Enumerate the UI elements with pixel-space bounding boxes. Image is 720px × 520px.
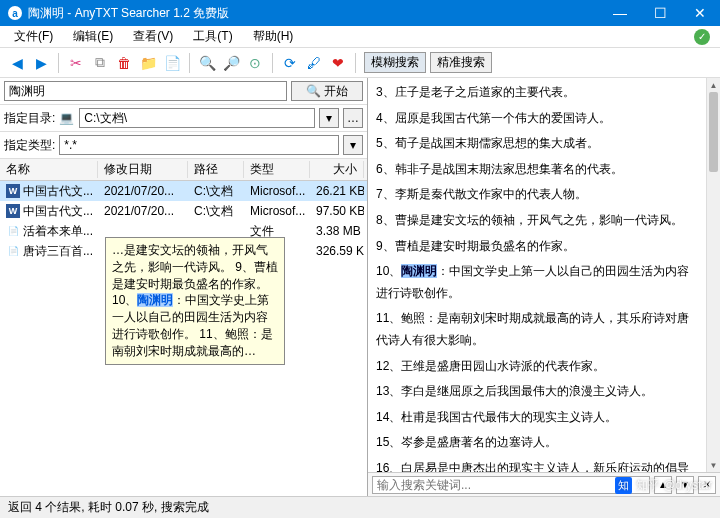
status-text: 返回 4 个结果, 耗时 0.07 秒, 搜索完成 [8, 499, 209, 516]
file-type: Microsof... [244, 204, 310, 218]
scroll-down-icon[interactable]: ▼ [707, 458, 720, 472]
file-path: C:\文档 [188, 203, 244, 220]
col-header-type[interactable]: 类型 [244, 161, 310, 178]
start-search-button[interactable]: 🔍开始 [291, 81, 363, 101]
content-line: 8、曹操是建安文坛的领袖，开风气之先，影响一代诗风。 [376, 210, 698, 232]
col-header-path[interactable]: 路径 [188, 161, 244, 178]
content-line: 10、陶渊明：中国文学史上第一人以自己的田园生活为内容进行诗歌创作。 [376, 261, 698, 304]
preview-tooltip: …是建安文坛的领袖，开风气之先，影响一代诗风。 9、曹植是建安时期最负盛名的作家… [105, 237, 285, 365]
file-name: 中国古代文... [23, 183, 93, 200]
content-line: 12、王维是盛唐田园山水诗派的代表作家。 [376, 356, 698, 378]
content-line: 9、曹植是建安时期最负盛名的作家。 [376, 236, 698, 258]
col-header-date[interactable]: 修改日期 [98, 161, 188, 178]
type-dropdown-button[interactable]: ▾ [343, 135, 363, 155]
delete-icon[interactable]: 🗑 [113, 52, 135, 74]
col-header-size[interactable]: 大小 [310, 161, 364, 178]
content-search-input[interactable] [372, 476, 650, 494]
content-line: 4、屈原是我国古代第一个伟大的爱国诗人。 [376, 108, 698, 130]
file-size: 326.59 KB [310, 244, 364, 258]
content-pane[interactable]: 3、庄子是老子之后道家的主要代表。4、屈原是我国古代第一个伟大的爱国诗人。5、荀… [368, 78, 706, 472]
file-date: 2021/07/20... [98, 184, 188, 198]
maximize-button[interactable]: ☐ [640, 0, 680, 26]
menu-help[interactable]: 帮助(H) [243, 26, 304, 47]
forward-icon[interactable]: ▶ [30, 52, 52, 74]
document-icon[interactable]: 📄 [161, 52, 183, 74]
file-icon: W [6, 204, 20, 218]
menu-file[interactable]: 文件(F) [4, 26, 63, 47]
table-row[interactable]: W中国古代文...2021/07/20...C:\文档Microsof...97… [0, 201, 367, 221]
file-icon: 📄 [6, 224, 20, 238]
copy-icon[interactable]: ⧉ [89, 52, 111, 74]
scroll-up-icon[interactable]: ▲ [707, 78, 720, 92]
file-icon: 📄 [6, 244, 20, 258]
file-size: 26.21 KB [310, 184, 364, 198]
menu-tools[interactable]: 工具(T) [183, 26, 242, 47]
content-line: 3、庄子是老子之后道家的主要代表。 [376, 82, 698, 104]
refresh-icon[interactable]: ⟳ [279, 52, 301, 74]
file-size: 3.38 MB [310, 224, 364, 238]
status-ok-icon: ✓ [694, 29, 710, 45]
cut-icon[interactable]: ✂ [65, 52, 87, 74]
content-scrollbar[interactable]: ▲ ▼ [706, 78, 720, 472]
dir-label: 指定目录: [4, 110, 55, 127]
minimize-button[interactable]: — [600, 0, 640, 26]
file-type: Microsof... [244, 184, 310, 198]
mode-exact-button[interactable]: 精准搜索 [430, 52, 492, 73]
favorite-icon[interactable]: ❤ [327, 52, 349, 74]
file-icon: W [6, 184, 20, 198]
close-button[interactable]: ✕ [680, 0, 720, 26]
content-line: 15、岑参是盛唐著名的边塞诗人。 [376, 432, 698, 454]
menu-edit[interactable]: 编辑(E) [63, 26, 123, 47]
back-icon[interactable]: ◀ [6, 52, 28, 74]
search-input[interactable] [4, 81, 287, 101]
zoom-reset-icon[interactable]: ⊙ [244, 52, 266, 74]
dir-input[interactable] [79, 108, 315, 128]
file-date: 2021/07/20... [98, 204, 188, 218]
content-line: 7、李斯是秦代散文作家中的代表人物。 [376, 184, 698, 206]
file-name: 中国古代文... [23, 203, 93, 220]
table-row[interactable]: W中国古代文...2021/07/20...C:\文档Microsof...26… [0, 181, 367, 201]
type-input[interactable] [59, 135, 339, 155]
content-line: 13、李白是继屈原之后我国最伟大的浪漫主义诗人。 [376, 381, 698, 403]
scroll-thumb[interactable] [709, 92, 718, 172]
mode-fuzzy-button[interactable]: 模糊搜索 [364, 52, 426, 73]
search-icon: 🔍 [306, 84, 321, 98]
content-line: 6、韩非子是战国末期法家思想集著名的代表。 [376, 159, 698, 181]
zoom-out-icon[interactable]: 🔎 [220, 52, 242, 74]
zoom-in-icon[interactable]: 🔍 [196, 52, 218, 74]
content-line: 16、白居易是中唐杰出的现实主义诗人，新乐府运动的倡导者和主要代表。 [376, 458, 698, 472]
translate-icon[interactable]: 🖋 [303, 52, 325, 74]
folder-icon[interactable]: 📁 [137, 52, 159, 74]
app-icon: a [8, 6, 22, 20]
menu-view[interactable]: 查看(V) [123, 26, 183, 47]
type-label: 指定类型: [4, 137, 55, 154]
window-title: 陶渊明 - AnyTXT Searcher 1.2 免费版 [28, 5, 600, 22]
computer-icon: 💻 [59, 111, 75, 125]
content-line: 11、鲍照：是南朝刘宋时期成就最高的诗人，其乐府诗对唐代诗人有很大影响。 [376, 308, 698, 351]
file-size: 97.50 KB [310, 204, 364, 218]
file-name: 活着本来单... [23, 223, 93, 240]
watermark: 知知乎 @drystar [615, 477, 712, 494]
dir-dropdown-button[interactable]: ▾ [319, 108, 339, 128]
content-line: 14、杜甫是我国古代最伟大的现实主义诗人。 [376, 407, 698, 429]
content-line: 5、荀子是战国末期儒家思想的集大成者。 [376, 133, 698, 155]
file-name: 唐诗三百首... [23, 243, 93, 260]
file-path: C:\文档 [188, 183, 244, 200]
col-header-name[interactable]: 名称 [0, 161, 98, 178]
dir-browse-button[interactable]: … [343, 108, 363, 128]
